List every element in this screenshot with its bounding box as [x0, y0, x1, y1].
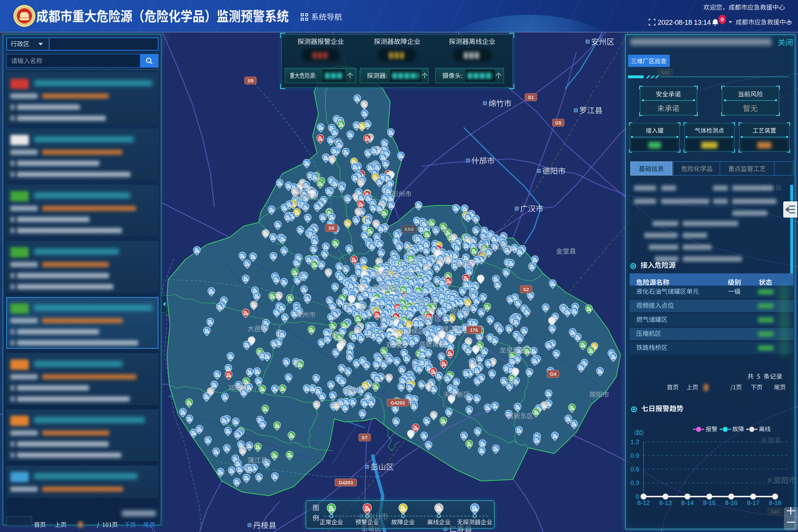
svg-text:G4202: G4202	[391, 400, 405, 406]
svg-text:G4: G4	[550, 371, 556, 377]
svg-text:G4203: G4203	[338, 480, 353, 485]
svg-text:S7: S7	[362, 435, 368, 440]
svg-text:S9: S9	[328, 225, 334, 231]
svg-text:176: 176	[470, 327, 478, 333]
svg-text:S2: S2	[523, 287, 529, 292]
svg-text:G5: G5	[555, 120, 561, 126]
svg-text:S9: S9	[248, 78, 253, 83]
svg-text:XA0: XA0	[404, 226, 413, 232]
svg-text:S1: S1	[528, 95, 534, 100]
